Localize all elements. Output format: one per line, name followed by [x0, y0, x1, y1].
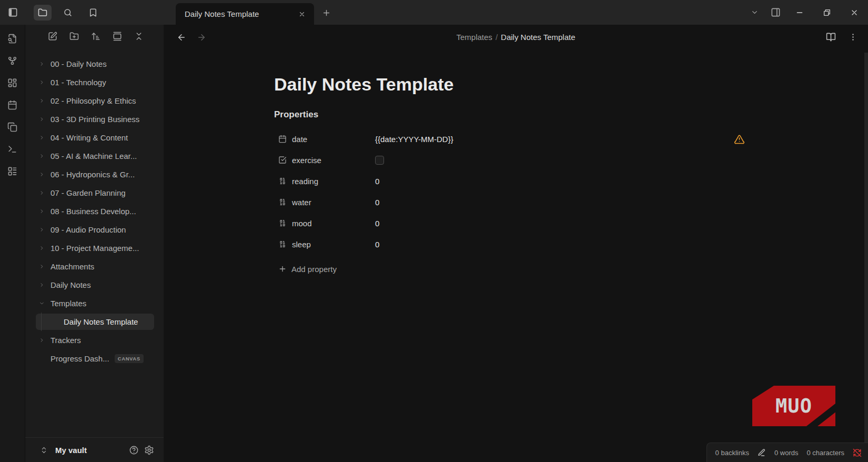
tree-folder[interactable]: 01 - Technology [25, 73, 164, 92]
files-view-button[interactable] [34, 5, 52, 21]
property-row-mood[interactable]: mood 0 [274, 213, 748, 234]
tree-label: 10 - Project Manageme... [51, 244, 139, 253]
note-title[interactable]: Daily Notes Template [274, 73, 748, 96]
property-row-water[interactable]: water 0 [274, 192, 748, 213]
character-count[interactable]: 0 characters [806, 449, 844, 457]
plus-icon [322, 8, 331, 17]
breadcrumb: Templates/Daily Notes Template [164, 33, 868, 42]
terminal-icon [7, 144, 17, 154]
vault-name[interactable]: My vault [55, 446, 124, 455]
new-canvas-button[interactable] [6, 77, 19, 88]
tree-folder[interactable]: Trackers [25, 331, 164, 349]
help-button[interactable] [129, 445, 139, 455]
property-name[interactable]: exercise [292, 156, 375, 165]
tree-file-selected[interactable]: Daily Notes Template [25, 313, 164, 331]
chevron-right-icon [39, 79, 45, 85]
property-value[interactable]: 0 [375, 219, 379, 228]
indent-guide [41, 313, 42, 331]
bookmarks-view-button[interactable] [84, 5, 102, 21]
binary-icon [278, 198, 287, 206]
view-header: Templates/Daily Notes Template [164, 25, 868, 49]
add-property-button[interactable]: Add property [274, 259, 748, 279]
calendar-icon [278, 135, 287, 143]
new-note-icon [48, 32, 57, 41]
tree-label: Progress Dash... [51, 354, 109, 363]
chevron-right-icon [39, 190, 45, 196]
insert-template-button[interactable] [6, 122, 19, 132]
binary-icon [278, 177, 287, 185]
toggle-right-sidebar-button[interactable] [765, 0, 786, 25]
tree-folder-expanded[interactable]: Templates [25, 294, 164, 313]
minimize-button[interactable] [786, 0, 813, 25]
close-window-button[interactable] [841, 0, 868, 25]
tree-folder[interactable]: 02 - Philosophy & Ethics [25, 92, 164, 110]
close-icon [298, 11, 306, 18]
gallery-vertical-icon [113, 32, 122, 41]
tree-folder[interactable]: 10 - Project Manageme... [25, 239, 164, 257]
tab-close-button[interactable] [295, 7, 309, 21]
command-palette-button[interactable] [6, 144, 19, 154]
property-value[interactable]: 0 [375, 198, 379, 207]
file-explorer-header [25, 25, 164, 49]
backlinks-count[interactable]: 0 backlinks [715, 449, 749, 457]
vault-switcher-button[interactable] [40, 446, 48, 454]
chevron-right-icon [39, 337, 45, 343]
property-row-reading[interactable]: reading 0 [274, 170, 748, 192]
chevron-down-icon [751, 8, 759, 16]
tree-folder[interactable]: 03 - 3D Printing Business [25, 110, 164, 128]
tree-folder[interactable]: 04 - Writing & Content [25, 128, 164, 147]
maximize-button[interactable] [813, 0, 841, 25]
property-value[interactable]: 0 [375, 240, 379, 249]
property-name[interactable]: mood [292, 219, 375, 228]
tree-label: Daily Notes Template [64, 313, 138, 331]
tree-folder[interactable]: 08 - Business Develop... [25, 202, 164, 220]
new-tab-button[interactable] [317, 4, 335, 22]
word-count[interactable]: 0 words [774, 449, 799, 457]
breadcrumb-separator: / [492, 33, 501, 42]
daily-note-button[interactable] [6, 99, 19, 110]
property-name[interactable]: date [292, 135, 375, 144]
gallery-view-button[interactable] [113, 32, 122, 43]
chevron-right-icon [39, 153, 45, 159]
new-note-button[interactable] [48, 32, 57, 43]
chevron-right-icon [39, 227, 45, 233]
tree-folder[interactable]: Attachments [25, 257, 164, 276]
property-name[interactable]: water [292, 198, 375, 207]
property-row-sleep[interactable]: sleep 0 [274, 234, 748, 255]
quick-switcher-button[interactable] [6, 33, 19, 44]
obsidian-window: Daily Notes Template [0, 0, 868, 462]
tree-folder[interactable]: 07 - Garden Planning [25, 184, 164, 202]
workspace-layouts-button[interactable] [6, 166, 19, 176]
property-value[interactable]: {{date:YYYY-MM-DD}} [375, 135, 453, 144]
tab-daily-notes-template[interactable]: Daily Notes Template [176, 3, 314, 25]
property-row-exercise[interactable]: exercise [274, 149, 748, 170]
editor-scrollbar[interactable] [864, 53, 868, 462]
collapse-all-button[interactable] [134, 32, 144, 43]
tree-folder[interactable]: Daily Notes [25, 276, 164, 294]
breadcrumb-current[interactable]: Daily Notes Template [501, 33, 575, 42]
tree-file-canvas[interactable]: Progress Dash...CANVAS [25, 349, 164, 368]
new-folder-button[interactable] [69, 32, 79, 43]
tab-list-button[interactable] [744, 0, 765, 25]
breadcrumb-parent[interactable]: Templates [457, 33, 492, 42]
toggle-left-sidebar-button[interactable] [4, 5, 22, 21]
settings-button[interactable] [144, 445, 154, 455]
tree-label: 02 - Philosophy & Ethics [51, 96, 136, 105]
property-value[interactable]: 0 [375, 177, 379, 186]
chevron-right-icon [39, 172, 45, 177]
search-view-button[interactable] [59, 5, 77, 21]
tree-folder[interactable]: 05 - AI & Machine Lear... [25, 147, 164, 165]
edit-mode-indicator[interactable] [758, 448, 766, 457]
property-name[interactable]: reading [292, 177, 375, 186]
tree-folder[interactable]: 09 - Audio Production [25, 220, 164, 239]
property-row-date[interactable]: date {{date:YYYY-MM-DD}} [274, 128, 748, 149]
gear-icon [144, 445, 154, 455]
exercise-checkbox[interactable] [375, 156, 384, 165]
tree-folder[interactable]: 06 - Hydroponics & Gr... [25, 165, 164, 184]
property-name[interactable]: sleep [292, 240, 375, 249]
graph-view-button[interactable] [6, 55, 19, 66]
tree-folder[interactable]: 00 - Daily Notes [25, 55, 164, 73]
sync-off-icon[interactable] [853, 448, 862, 457]
sort-order-button[interactable] [91, 32, 100, 43]
check-square-icon [278, 156, 287, 164]
